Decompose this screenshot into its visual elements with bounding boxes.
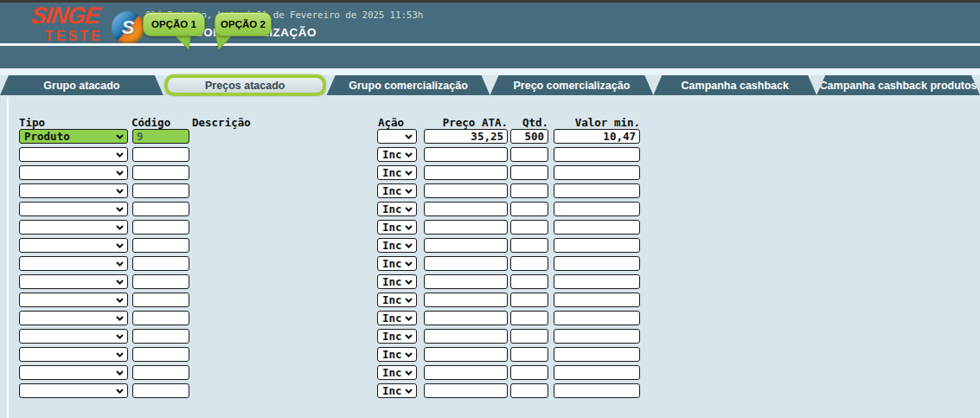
preco-ata-input[interactable] (424, 329, 508, 344)
valor-min-input[interactable] (554, 365, 640, 380)
codigo-input[interactable] (132, 220, 189, 235)
acao-select-value: Inc (382, 257, 402, 270)
tab-pre-os-atacado[interactable]: Preços atacado (163, 75, 327, 95)
qtd-input[interactable] (510, 329, 548, 344)
valor-min-input[interactable] (554, 329, 640, 344)
tipo-select[interactable] (19, 365, 128, 380)
acao-select[interactable]: Inc (377, 293, 417, 307)
codigo-input[interactable] (132, 129, 189, 144)
acao-select[interactable]: Inc (377, 165, 417, 180)
acao-select[interactable]: Inc (377, 256, 417, 271)
codigo-input[interactable] (132, 329, 189, 344)
tipo-select[interactable]: Produto (19, 129, 128, 144)
tab-label: Grupo atacado (43, 80, 119, 92)
tab-pre-o-comercializa-o[interactable]: Preço comercialização (490, 75, 653, 95)
acao-select[interactable]: Inc (377, 383, 417, 398)
qtd-input[interactable] (510, 183, 548, 198)
preco-ata-input[interactable] (424, 129, 508, 144)
preco-ata-input[interactable] (424, 293, 508, 307)
codigo-input[interactable] (132, 274, 189, 289)
tipo-select[interactable] (19, 147, 128, 162)
qtd-input[interactable] (510, 129, 548, 144)
tipo-select[interactable] (19, 256, 128, 271)
codigo-input[interactable] (132, 383, 189, 398)
codigo-input[interactable] (132, 311, 189, 325)
tab-grupo-comercializa-o[interactable]: Grupo comercialização (327, 75, 490, 95)
preco-ata-input[interactable] (424, 202, 508, 216)
valor-min-input[interactable] (554, 165, 640, 180)
acao-select[interactable]: Inc (377, 202, 417, 216)
preco-ata-input[interactable] (424, 147, 508, 162)
valor-min-input[interactable] (554, 311, 640, 325)
preco-ata-input[interactable] (424, 365, 508, 380)
codigo-input[interactable] (132, 347, 189, 362)
tipo-select[interactable] (19, 293, 128, 307)
valor-min-input[interactable] (554, 183, 640, 198)
valor-min-input[interactable] (554, 293, 640, 307)
valor-min-input[interactable] (554, 220, 640, 235)
acao-select[interactable]: Inc (377, 274, 417, 289)
codigo-input[interactable] (132, 293, 189, 307)
codigo-input[interactable] (132, 365, 189, 380)
valor-min-input[interactable] (554, 147, 640, 162)
qtd-input[interactable] (510, 165, 548, 180)
qtd-input[interactable] (510, 238, 548, 253)
acao-select[interactable]: Inc (377, 365, 417, 380)
tipo-select[interactable] (19, 202, 128, 216)
valor-min-input[interactable] (554, 256, 640, 271)
tipo-select[interactable] (19, 274, 128, 289)
tipo-select[interactable] (19, 238, 128, 253)
qtd-input[interactable] (510, 383, 548, 398)
valor-min-input[interactable] (554, 238, 640, 253)
preco-ata-input[interactable] (424, 311, 508, 325)
qtd-input[interactable] (510, 347, 548, 362)
valor-min-input[interactable] (554, 129, 640, 144)
qtd-input[interactable] (510, 220, 548, 235)
codigo-input[interactable] (132, 183, 189, 198)
acao-select[interactable]: Inc (377, 220, 417, 235)
acao-select[interactable]: Inc (377, 311, 417, 325)
qtd-input[interactable] (510, 311, 548, 325)
tipo-select[interactable] (19, 329, 128, 344)
qtd-input[interactable] (510, 256, 548, 271)
codigo-input[interactable] (132, 256, 189, 271)
tipo-select[interactable] (19, 165, 128, 180)
qtd-input[interactable] (510, 365, 548, 380)
acao-select[interactable] (377, 129, 417, 144)
chevron-down-icon (405, 189, 413, 194)
preco-ata-input[interactable] (424, 238, 508, 253)
tipo-select[interactable] (19, 383, 128, 398)
tab-campanha-cashback[interactable]: Campanha cashback (653, 75, 817, 95)
tab-campanha-cashback-produtos[interactable]: Campanha cashback produtos (817, 75, 980, 95)
tipo-select[interactable] (19, 347, 128, 362)
tipo-select[interactable] (19, 183, 128, 198)
preco-ata-input[interactable] (424, 183, 508, 198)
acao-select[interactable]: Inc (377, 183, 417, 198)
acao-select[interactable]: Inc (377, 147, 417, 162)
codigo-input[interactable] (132, 165, 189, 180)
qtd-input[interactable] (510, 202, 548, 216)
tab-grupo-atacado[interactable]: Grupo atacado (0, 75, 163, 95)
qtd-input[interactable] (510, 274, 548, 289)
valor-min-input[interactable] (554, 274, 640, 289)
acao-select[interactable]: Inc (377, 347, 417, 362)
tipo-select[interactable] (19, 220, 128, 235)
acao-select[interactable]: Inc (377, 238, 417, 253)
preco-ata-input[interactable] (424, 274, 508, 289)
preco-ata-input[interactable] (424, 256, 508, 271)
acao-select[interactable]: Inc (377, 329, 417, 344)
tipo-select[interactable] (19, 311, 128, 325)
preco-ata-input[interactable] (424, 165, 508, 180)
table-row-left (19, 220, 189, 235)
codigo-input[interactable] (132, 147, 189, 162)
preco-ata-input[interactable] (424, 383, 508, 398)
qtd-input[interactable] (510, 293, 548, 307)
valor-min-input[interactable] (554, 383, 640, 398)
qtd-input[interactable] (510, 147, 548, 162)
preco-ata-input[interactable] (424, 347, 508, 362)
valor-min-input[interactable] (554, 347, 640, 362)
codigo-input[interactable] (132, 202, 189, 216)
preco-ata-input[interactable] (424, 220, 508, 235)
valor-min-input[interactable] (554, 202, 640, 216)
codigo-input[interactable] (132, 238, 189, 253)
